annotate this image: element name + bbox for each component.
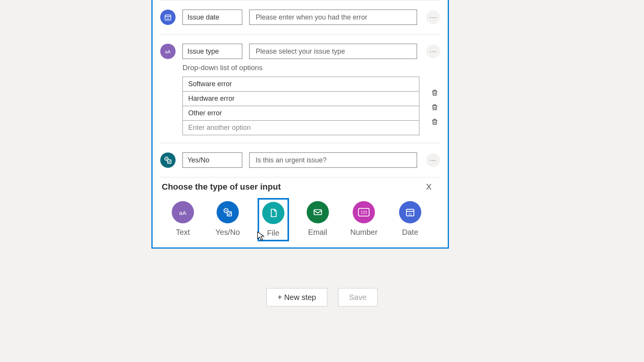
dropdown-option[interactable]: Other error [183,106,419,121]
input-prompt-field[interactable]: Please select your issue type [249,44,417,59]
type-label: Text [176,228,190,237]
footer-bar: + New step Save [0,288,644,306]
save-button[interactable]: Save [338,288,378,306]
trash-icon[interactable] [431,88,439,97]
input-name-field[interactable]: Issue date [182,10,242,25]
more-button[interactable]: ··· [426,10,440,24]
close-button[interactable]: X [426,182,439,192]
yesno-icon [160,152,176,168]
yesno-icon [217,201,239,223]
trash-icon[interactable] [431,103,439,111]
cursor-icon [257,231,265,241]
input-type-email[interactable]: Email [304,200,331,240]
type-label: Yes/No [215,228,240,237]
input-row-type: aA Issue type Please select your issue t… [153,34,448,62]
text-icon: aA [160,44,176,59]
dropdown-option-list: Software error Hardware error Other erro… [182,77,419,135]
svg-text:21: 21 [408,212,412,216]
more-button[interactable]: ··· [426,44,440,58]
svg-text:21: 21 [166,17,169,20]
input-name-field[interactable]: Yes/No [182,152,242,168]
input-prompt-field[interactable]: Please enter when you had the error [249,10,417,25]
choose-type-title: Choose the type of user input [162,182,281,192]
type-label: File [267,229,279,238]
input-type-yesno[interactable]: Yes/No [213,200,242,240]
new-step-button[interactable]: + New step [266,288,327,306]
file-icon [262,202,284,224]
calendar-icon: 21 [399,201,421,223]
svg-text:aA: aA [165,49,171,54]
input-row-date: 21 Issue date Please enter when you had … [153,0,448,34]
calendar-icon: 21 [160,10,176,25]
input-prompt-field[interactable]: Is this an urgent issue? [249,152,417,168]
dropdown-options-block: Drop-down list of options Software error… [153,64,448,143]
flow-trigger-card: 21 Issue date Please enter when you had … [151,0,449,249]
svg-text:123: 123 [361,210,367,215]
text-icon: aA [172,201,194,223]
input-row-yesno: Yes/No Is this an urgent issue? ··· [153,143,448,177]
input-name-field[interactable]: Issue type [182,44,242,59]
trash-icon[interactable] [431,118,439,126]
more-button[interactable]: ··· [426,153,440,167]
type-label: Date [402,228,418,237]
dropdown-option[interactable]: Hardware error [183,92,419,106]
type-label: Email [308,228,327,237]
svg-rect-10 [314,210,322,215]
dropdown-option[interactable]: Software error [183,77,419,92]
svg-text:aA: aA [179,210,186,216]
number-icon: 123 [353,201,375,223]
choose-input-type-section: Choose the type of user input X aA Text … [153,177,448,244]
input-type-text[interactable]: aA Text [169,200,196,240]
email-icon [307,201,329,223]
type-label: Number [350,228,378,237]
dropdown-label: Drop-down list of options [182,64,440,72]
input-type-date[interactable]: 21 Date [397,200,424,240]
dropdown-add-option[interactable]: Enter another option [183,121,419,135]
input-type-number[interactable]: 123 Number [348,200,380,240]
